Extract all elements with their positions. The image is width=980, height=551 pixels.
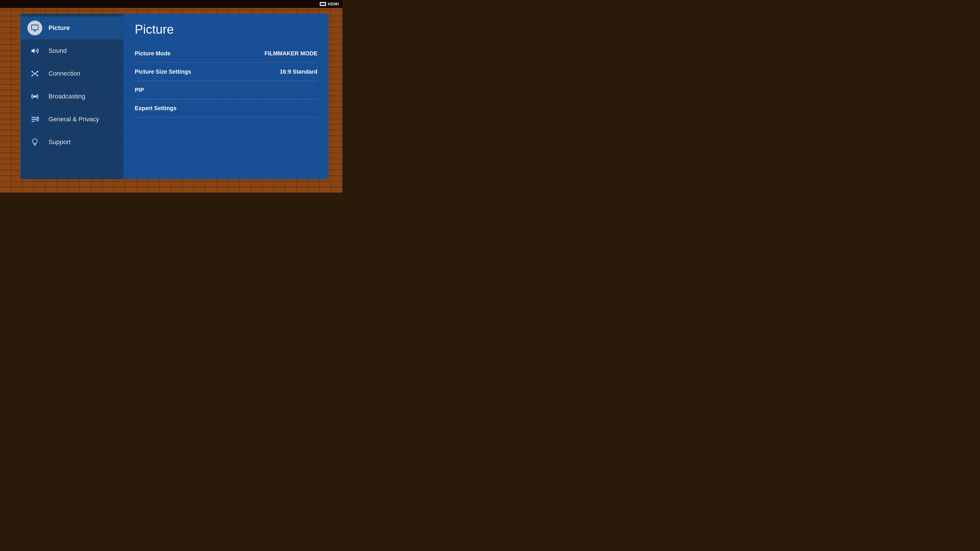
svg-rect-12 — [32, 117, 36, 118]
settings-list: Picture Mode FILMMAKER MODE Picture Size… — [135, 44, 317, 118]
expert-label: Expert Settings — [135, 105, 177, 111]
sidebar-label-connection: Connection — [49, 70, 80, 77]
settings-overlay: Picture Sound — [21, 14, 329, 179]
svg-line-9 — [32, 74, 35, 76]
top-bar: HDMI — [0, 0, 342, 8]
sidebar-label-picture: Picture — [49, 24, 70, 32]
picture-size-label: Picture Size Settings — [135, 68, 191, 75]
broadcasting-icon — [31, 92, 39, 100]
hdmi-label: HDMI — [328, 2, 339, 6]
sound-icon — [31, 47, 39, 55]
sidebar-label-general-privacy: General & Privacy — [49, 116, 99, 123]
sidebar-item-support[interactable]: Support — [21, 131, 123, 154]
sidebar-item-broadcasting[interactable]: Broadcasting — [21, 85, 123, 108]
sidebar-item-picture[interactable]: Picture — [21, 17, 123, 40]
connection-icon-circle — [27, 66, 42, 81]
sidebar-label-support: Support — [49, 138, 70, 146]
picture-icon — [31, 24, 39, 32]
picture-mode-label: Picture Mode — [135, 50, 171, 57]
sidebar-label-sound: Sound — [49, 47, 67, 54]
connection-icon — [31, 70, 39, 78]
picture-icon-circle — [27, 21, 42, 35]
svg-line-7 — [32, 71, 35, 74]
content-title: Picture — [135, 22, 317, 37]
svg-rect-13 — [32, 119, 36, 119]
sidebar-item-general-privacy[interactable]: General & Privacy — [21, 108, 123, 131]
svg-rect-0 — [32, 25, 38, 30]
general-privacy-icon-circle — [27, 112, 42, 127]
content-panel: Picture Picture Mode FILMMAKER MODE Pict… — [123, 14, 329, 179]
picture-mode-value: FILMMAKER MODE — [264, 50, 317, 57]
settings-item-picture-size[interactable]: Picture Size Settings 16:9 Standard — [135, 63, 317, 81]
sound-icon-circle — [27, 43, 42, 58]
svg-marker-1 — [32, 49, 35, 53]
svg-line-8 — [35, 71, 37, 74]
support-icon — [31, 138, 39, 146]
settings-item-expert[interactable]: Expert Settings — [135, 99, 317, 118]
sidebar-label-broadcasting: Broadcasting — [49, 93, 85, 100]
svg-point-11 — [34, 95, 36, 98]
hdmi-icon — [320, 2, 326, 6]
settings-item-picture-mode[interactable]: Picture Mode FILMMAKER MODE — [135, 44, 317, 63]
svg-point-16 — [37, 119, 38, 120]
sidebar: Picture Sound — [21, 14, 123, 179]
support-icon-circle — [27, 135, 42, 149]
broadcasting-icon-circle — [27, 89, 42, 104]
picture-size-value: 16:9 Standard — [280, 68, 317, 75]
pip-label: PIP — [135, 87, 144, 93]
sidebar-item-sound[interactable]: Sound — [21, 40, 123, 62]
svg-rect-14 — [32, 121, 35, 122]
hdmi-indicator: HDMI — [320, 2, 339, 6]
settings-item-pip[interactable]: PIP — [135, 81, 317, 99]
general-privacy-icon — [31, 115, 39, 123]
svg-line-10 — [35, 74, 37, 76]
sidebar-item-connection[interactable]: Connection — [21, 62, 123, 85]
